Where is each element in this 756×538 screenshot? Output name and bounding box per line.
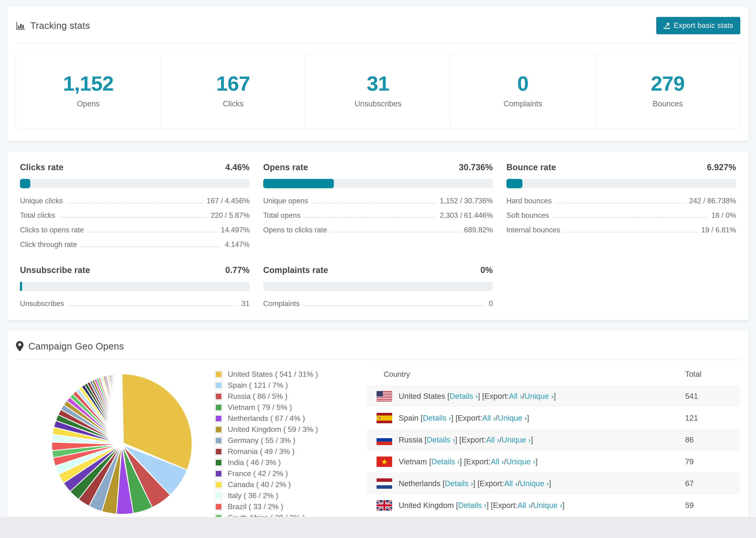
summary-cell-opens: 1,152Opens: [16, 53, 161, 129]
rate-detail-value: 31: [242, 299, 249, 308]
legend-label: India ( 46 / 3% ): [228, 458, 281, 467]
export-unique-link[interactable]: Unique ›: [524, 392, 554, 401]
flag-ru-icon: [377, 435, 392, 445]
export-all-link[interactable]: All ›: [509, 392, 522, 401]
details-link[interactable]: Details ›: [458, 501, 486, 510]
legend-swatch: [215, 459, 223, 467]
legend-swatch-color: [216, 427, 221, 432]
export-all-link[interactable]: All ›: [504, 479, 517, 488]
rate-block-clicks-rate: Clicks rate4.46%Unique clicks167 / 4.456…: [20, 162, 249, 249]
summary-value: 1,152: [16, 72, 161, 95]
export-all-link[interactable]: All ›: [517, 501, 531, 510]
rate-title: Clicks rate: [20, 162, 63, 172]
export-unique-link[interactable]: Unique ›: [502, 435, 531, 444]
column-header-country: Country: [367, 363, 685, 385]
legend-item: Italy ( 36 / 2% ): [215, 491, 358, 500]
geo-header: Campaign Geo Opens: [7, 330, 749, 359]
dotted-leader: [311, 203, 436, 203]
bracket-text: [: [441, 479, 445, 488]
export-icon: [663, 22, 670, 29]
rate-title: Bounce rate: [507, 162, 556, 172]
rate-detail-value: 220 / 5.87%: [211, 211, 249, 220]
rate-detail-label: Unsubscribes: [20, 299, 64, 308]
slash-text: /: [499, 435, 502, 444]
legend-item: Brazil ( 33 / 2% ): [215, 502, 358, 511]
map-pin-icon: [16, 341, 24, 351]
details-link[interactable]: Details ›: [427, 435, 455, 444]
legend-label: Italy ( 36 / 2% ): [228, 491, 278, 500]
geo-table-header-row: Country Total: [367, 363, 740, 385]
dotted-leader: [555, 203, 686, 203]
export-unique-link[interactable]: Unique ›: [506, 457, 536, 466]
country-cell: Netherlands [Details ›] [Export: All › /…: [367, 478, 685, 489]
rate-block-unsubscribe-rate: Unsubscribe rate0.77%Unsubscribes31: [20, 265, 249, 308]
rate-value: 0.77%: [225, 265, 249, 275]
total-value: 541: [685, 385, 740, 407]
export-unique-link[interactable]: Unique ›: [533, 501, 562, 510]
rates-card: Clicks rate4.46%Unique clicks167 / 4.456…: [7, 150, 749, 320]
legend-label: United Kingdom ( 59 / 3% ): [228, 425, 318, 434]
legend-swatch: [215, 437, 223, 445]
bracket-text: ] [Export:: [473, 479, 504, 488]
legend-label: Vietnam ( 79 / 5% ): [228, 403, 292, 412]
flag-us-icon: [377, 391, 392, 402]
bracket-text: ]: [536, 457, 538, 466]
legend-item: Spain ( 121 / 7% ): [215, 381, 358, 390]
export-all-link[interactable]: All ›: [491, 457, 504, 466]
geo-content: United States ( 541 / 31% )Spain ( 121 /…: [7, 360, 749, 525]
summary-cell-complaints: 0Complaints: [450, 53, 595, 129]
export-basic-stats-button[interactable]: Export basic stats: [656, 17, 740, 34]
rate-progress-bar: [507, 179, 736, 188]
rate-detail-value: 1,152 / 30.736%: [440, 197, 493, 205]
country-name: Spain: [399, 413, 418, 422]
rate-progress-fill: [507, 179, 522, 188]
bracket-text: [: [445, 392, 449, 401]
bracket-text: ] [Export:: [451, 413, 482, 422]
export-all-link[interactable]: All ›: [486, 435, 499, 444]
rate-progress-fill: [20, 282, 22, 291]
svg-text:★: ★: [381, 457, 388, 466]
legend-swatch: [215, 393, 223, 401]
total-value: 79: [685, 451, 740, 472]
summary-label: Unsubscribes: [306, 99, 450, 108]
rate-detail-row: Click through rate4.147%: [20, 241, 249, 249]
rate-title-row: Complaints rate0%: [263, 265, 493, 275]
rate-detail-label: Hard bounces: [507, 197, 552, 205]
pie-slice[interactable]: [122, 374, 122, 412]
rate-value: 0%: [480, 265, 493, 275]
details-link[interactable]: Details ›: [445, 479, 473, 488]
dotted-leader: [564, 232, 698, 232]
table-row: Spain [Details ›] [Export: All › / Uniqu…: [367, 407, 740, 429]
rate-value: 30.736%: [459, 162, 493, 172]
legend-label: Brazil ( 33 / 2% ): [228, 502, 283, 511]
rate-detail-value: 2,303 / 61.446%: [440, 211, 493, 220]
rate-detail-row: Hard bounces242 / 86.738%: [507, 197, 736, 205]
legend-swatch-color: [216, 460, 221, 465]
rate-detail-value: 0: [489, 299, 493, 308]
country-cell: Russia [Details ›] [Export: All › / Uniq…: [367, 435, 685, 445]
details-link[interactable]: Details ›: [449, 392, 478, 401]
details-link[interactable]: Details ›: [431, 457, 460, 466]
country-name: Vietnam: [399, 457, 427, 466]
rate-detail-label: Total opens: [263, 211, 300, 220]
slash-text: /: [531, 501, 533, 510]
summary-label: Opens: [16, 99, 161, 108]
export-unique-link[interactable]: Unique ›: [519, 479, 549, 488]
export-all-link[interactable]: All ›: [482, 413, 496, 422]
export-unique-link[interactable]: Unique ›: [498, 413, 527, 422]
legend-label: Germany ( 55 / 3% ): [228, 436, 296, 445]
dotted-leader: [303, 306, 486, 306]
rate-detail-row: Total clicks220 / 5.87%: [20, 211, 249, 220]
legend-swatch: [215, 381, 223, 389]
column-header-total: Total: [685, 363, 740, 385]
summary-cell-unsubscribes: 31Unsubscribes: [305, 53, 450, 129]
rate-progress-bar: [20, 179, 249, 188]
rate-title: Unsubscribe rate: [20, 265, 90, 275]
country-cell: ★Vietnam [Details ›] [Export: All › / Un…: [367, 457, 685, 467]
rate-detail-label: Unique clicks: [20, 197, 63, 205]
rate-value: 4.46%: [225, 162, 249, 172]
legend-item: Russia ( 86 / 5% ): [215, 392, 358, 401]
rate-title-row: Opens rate30.736%: [263, 162, 493, 172]
details-link[interactable]: Details ›: [423, 413, 451, 422]
dotted-leader: [552, 217, 708, 218]
